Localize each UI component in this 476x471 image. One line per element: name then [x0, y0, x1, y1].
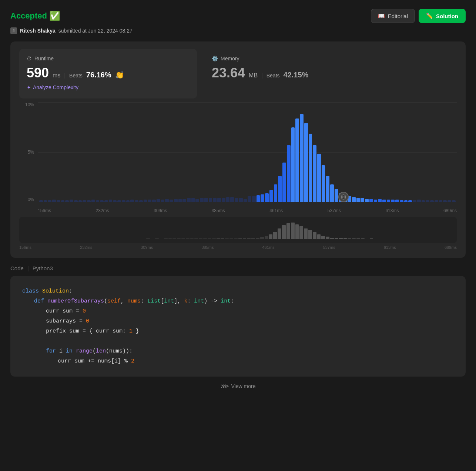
chart-bar [430, 200, 434, 202]
chart-bar [113, 200, 117, 202]
chart-bar [382, 200, 386, 202]
mini-chart-bar [94, 239, 97, 239]
code-label: Code [10, 265, 24, 271]
mini-chart-bar [37, 239, 41, 239]
chart-bar [295, 118, 299, 202]
mini-chart-bar [426, 239, 430, 239]
chart-bar [435, 200, 438, 202]
mini-chart-bar [63, 239, 67, 239]
mini-chart-bar [286, 223, 290, 239]
chart-bar [282, 163, 286, 202]
view-more-button[interactable]: ⋙ View more [10, 383, 466, 390]
mini-chart-bar [387, 239, 391, 239]
editorial-button[interactable]: 📖 Editorial [371, 9, 415, 23]
mini-chart-bar [217, 238, 220, 239]
chart-bar [443, 200, 447, 202]
mini-chart-bar [28, 239, 32, 239]
runtime-value: 590 [27, 65, 49, 81]
chart-bar [261, 194, 264, 202]
code-separator: | [27, 265, 29, 271]
mini-chart-bar [85, 239, 89, 239]
sparkle-icon: ✦ [27, 84, 31, 90]
mini-chart-bar [212, 238, 216, 239]
mini-chart-bar [59, 239, 63, 239]
chart-bar [57, 200, 60, 202]
mini-chart-bar [72, 239, 76, 239]
solution-button[interactable]: ✏️ Solution [419, 9, 466, 23]
chart-bar [309, 134, 312, 202]
chart-bar [148, 200, 151, 202]
mini-x-4: 461ms [262, 245, 275, 250]
chart-bar [44, 200, 47, 202]
chart-bar [447, 200, 451, 202]
mini-chart-bar [260, 237, 264, 239]
page-header: Accepted ✅ 📖 Editorial ✏️ Solution [10, 9, 466, 23]
mini-chart-bar [111, 239, 115, 239]
analyze-complexity-button[interactable]: ✦ Analyze Complexity [27, 84, 190, 90]
chart-bar [144, 200, 147, 202]
x-labels: 156ms 232ms 309ms 385ms 461ms 537ms 613m… [38, 203, 457, 213]
mini-chart-bar [151, 239, 154, 239]
chart-bar [335, 189, 338, 202]
accepted-label: Accepted [10, 11, 47, 21]
mini-chart-bar [339, 238, 343, 239]
mini-chart [19, 217, 457, 243]
chart-bar [135, 200, 138, 202]
chart-bar [369, 199, 373, 203]
mini-chart-bar [400, 239, 404, 239]
chart-bar [300, 114, 304, 202]
chart-marker: #1 [338, 192, 349, 202]
mini-x-6: 613ms [384, 245, 396, 250]
chart-bar [413, 200, 416, 202]
mini-chart-bar [365, 239, 369, 239]
mini-chart-bar [348, 238, 351, 239]
chart-bar [74, 200, 78, 202]
mini-chart-bar [256, 238, 259, 240]
mini-chart-bar [343, 238, 347, 239]
chart-bar [182, 199, 186, 203]
memory-label: ⚙️ Memory [212, 56, 457, 61]
chart-bar [422, 200, 425, 202]
mini-chart-bar [181, 238, 185, 239]
mini-chart-bar [299, 226, 303, 239]
mini-chart-bar [194, 238, 198, 239]
mini-chart-bar [273, 232, 277, 239]
chart-bar [117, 200, 121, 202]
code-block: class Solution: def numberOfSubarrays(se… [10, 276, 466, 377]
x-label-5: 537ms [328, 208, 341, 213]
mini-x-5: 537ms [323, 245, 335, 250]
mini-chart-bar [269, 234, 273, 240]
chart-bar [39, 200, 43, 202]
chart-bar [165, 199, 169, 203]
chart-bar [70, 200, 73, 202]
chart-bar [61, 200, 65, 202]
mini-chart-bar [251, 238, 255, 239]
chart-bar [452, 200, 456, 202]
code-line-blank [22, 336, 454, 346]
mini-chart-bar [291, 223, 295, 239]
edit-icon: ✏️ [426, 13, 433, 19]
chart-bar [244, 199, 247, 203]
chart-bar [152, 200, 156, 202]
chart-bar [326, 176, 329, 202]
code-header: Code | Python3 [10, 265, 466, 271]
chart-bar [87, 200, 91, 202]
mini-chart-bar [444, 239, 448, 239]
x-label-7: 689ms [443, 208, 457, 213]
chart-bar [130, 200, 134, 202]
chevron-down-icon: ⋙ [221, 383, 229, 390]
chart-bar [161, 200, 165, 202]
chart-bar [439, 200, 443, 202]
chart-bar [404, 200, 408, 202]
chart-bar [187, 198, 191, 202]
mini-chart-bar [50, 239, 54, 239]
mini-chart-bar [146, 238, 150, 239]
hash-icon: # [10, 27, 17, 34]
chart-bar [287, 145, 291, 202]
y-label-10: 10% [19, 102, 34, 107]
mini-chart-bar [225, 238, 229, 239]
mini-chart-bar [103, 239, 106, 239]
mini-chart-bar [107, 239, 111, 239]
y-label-0: 0% [19, 197, 34, 202]
chart-bar [78, 200, 82, 202]
